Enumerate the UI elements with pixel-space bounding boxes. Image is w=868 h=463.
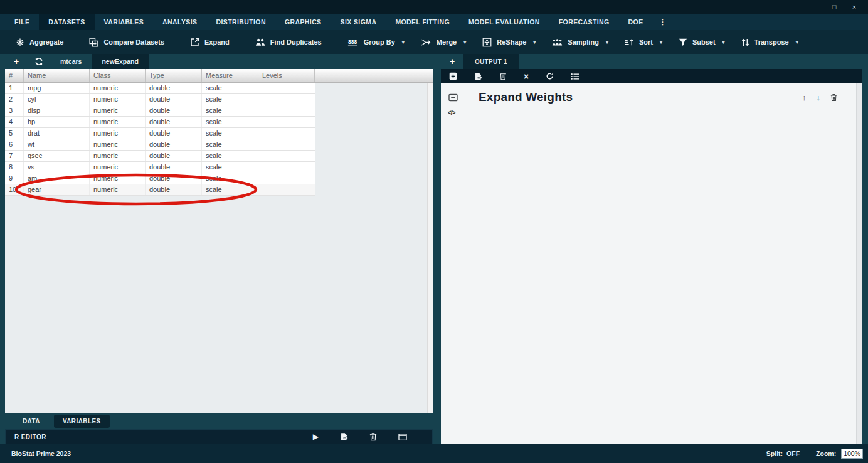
cell-measure[interactable]: scale (202, 162, 258, 173)
cell-type[interactable]: double (146, 173, 202, 184)
toolbar-button[interactable]: Transpose ▾ (733, 38, 807, 46)
cell-measure[interactable]: scale (202, 139, 258, 150)
cell-levels[interactable] (258, 151, 314, 161)
menu-item[interactable]: MODEL EVALUATION (459, 14, 549, 30)
toolbar-button[interactable]: Sort ▾ (617, 38, 670, 46)
cell-name[interactable]: wt (24, 139, 90, 150)
close-icon[interactable]: × (850, 4, 858, 11)
table-row[interactable]: 3 disp numeric double scale (5, 105, 315, 117)
cell-type[interactable]: double (146, 94, 202, 105)
cell-levels[interactable] (258, 105, 314, 116)
table-row[interactable]: 9 am numeric double scale (5, 173, 315, 184)
table-row[interactable]: 6 wt numeric double scale (5, 139, 315, 151)
cell-type[interactable]: double (146, 83, 202, 93)
show-code-icon[interactable]: </> (448, 109, 455, 116)
cell-measure[interactable]: scale (202, 94, 258, 105)
minimize-icon[interactable]: – (810, 4, 818, 11)
run-script-icon[interactable]: ▶ (313, 433, 319, 440)
export-script-icon[interactable] (340, 432, 348, 441)
cell-name[interactable]: mpg (24, 83, 90, 93)
menu-item[interactable]: DOE (619, 14, 653, 30)
menu-item[interactable]: DISTRIBUTION (206, 14, 275, 30)
cell-name[interactable]: cyl (24, 94, 90, 105)
column-header[interactable]: Name (24, 69, 90, 82)
delete-output-icon[interactable] (499, 72, 507, 80)
vertical-scrollbar[interactable] (427, 83, 433, 413)
menu-item[interactable]: ANALYSIS (153, 14, 206, 30)
cell-levels[interactable] (258, 83, 314, 93)
toolbar-button[interactable]: Compare Datasets ▾ (81, 38, 182, 47)
cell-measure[interactable]: scale (202, 105, 258, 116)
table-row[interactable]: 2 cyl numeric double scale (5, 94, 315, 105)
table-row[interactable]: 1 mpg numeric double scale (5, 83, 315, 94)
cell-levels[interactable] (258, 128, 314, 139)
cell-class[interactable]: numeric (90, 139, 146, 150)
menu-item[interactable]: FILE (5, 14, 39, 30)
cell-class[interactable]: numeric (90, 94, 146, 105)
cell-levels[interactable] (258, 94, 314, 105)
view-tab[interactable]: DATA (14, 415, 49, 428)
output-list-icon[interactable] (571, 73, 580, 80)
delete-card-icon[interactable] (830, 93, 837, 102)
cell-class[interactable]: numeric (90, 184, 146, 195)
add-output-icon[interactable] (449, 72, 457, 80)
cell-measure[interactable]: scale (202, 173, 258, 184)
clear-script-icon[interactable] (369, 432, 377, 441)
toolbar-button[interactable]: Expand ▾ (182, 38, 247, 47)
dataset-tab[interactable]: mtcars (50, 54, 92, 69)
split-value[interactable]: OFF (786, 450, 800, 457)
toolbar-button[interactable]: 888 Group By ▾ (339, 38, 413, 46)
cell-type[interactable]: double (146, 128, 202, 139)
toolbar-button[interactable]: Subset ▾ (670, 38, 733, 46)
cell-measure[interactable]: scale (202, 117, 258, 127)
cell-levels[interactable] (258, 162, 314, 173)
cell-class[interactable]: numeric (90, 173, 146, 184)
cell-type[interactable]: double (146, 162, 202, 173)
add-output-tab-button[interactable]: + (441, 54, 463, 69)
column-header[interactable]: # (5, 69, 24, 82)
cell-name[interactable]: gear (24, 184, 90, 195)
cell-measure[interactable]: scale (202, 83, 258, 93)
cell-levels[interactable] (258, 184, 314, 195)
menu-item[interactable]: VARIABLES (95, 14, 154, 30)
cell-type[interactable]: double (146, 117, 202, 127)
cell-class[interactable]: numeric (90, 128, 146, 139)
toolbar-button[interactable]: ReShape ▾ (474, 38, 544, 47)
menu-item[interactable]: MODEL FITTING (386, 14, 459, 30)
move-down-icon[interactable]: ↓ (817, 93, 821, 102)
column-header[interactable]: Type (146, 69, 202, 82)
collapse-card-icon[interactable] (448, 93, 458, 102)
cell-type[interactable]: double (146, 184, 202, 195)
output-tab[interactable]: OUTPUT 1 (463, 54, 519, 69)
zoom-value-input[interactable]: 100% (841, 449, 863, 459)
cell-class[interactable]: numeric (90, 162, 146, 173)
menu-overflow-kebab-icon[interactable]: ⋮ (653, 14, 673, 30)
reload-output-icon[interactable] (546, 72, 554, 80)
toolbar-button[interactable]: Merge ▾ (413, 38, 474, 46)
column-header[interactable]: Class (90, 69, 146, 82)
expand-editor-icon[interactable] (398, 433, 407, 441)
cell-class[interactable]: numeric (90, 117, 146, 127)
cell-name[interactable]: qsec (24, 151, 90, 161)
export-output-icon[interactable] (474, 72, 482, 81)
toolbar-button[interactable]: Find Duplicates ▾ (247, 38, 339, 46)
table-row[interactable]: 4 hp numeric double scale (5, 117, 315, 128)
toolbar-button[interactable]: Aggregate ▾ (8, 38, 81, 47)
refresh-datasets-button[interactable] (28, 54, 50, 69)
cell-name[interactable]: am (24, 173, 90, 184)
maximize-icon[interactable]: □ (830, 4, 838, 11)
cell-measure[interactable]: scale (202, 151, 258, 161)
table-row[interactable]: 7 qsec numeric double scale (5, 151, 315, 162)
cell-name[interactable]: vs (24, 162, 90, 173)
cell-class[interactable]: numeric (90, 151, 146, 161)
view-tab[interactable]: VARIABLES (54, 415, 110, 428)
column-header[interactable]: Measure (202, 69, 258, 82)
menu-item[interactable]: FORECASTING (549, 14, 619, 30)
cell-name[interactable]: drat (24, 128, 90, 139)
close-output-icon[interactable]: × (524, 72, 529, 81)
cell-levels[interactable] (258, 139, 314, 150)
table-row[interactable]: 8 vs numeric double scale (5, 162, 315, 173)
table-row[interactable]: 10 gear numeric double scale (5, 184, 315, 196)
move-up-icon[interactable]: ↑ (802, 93, 807, 102)
cell-measure[interactable]: scale (202, 184, 258, 195)
